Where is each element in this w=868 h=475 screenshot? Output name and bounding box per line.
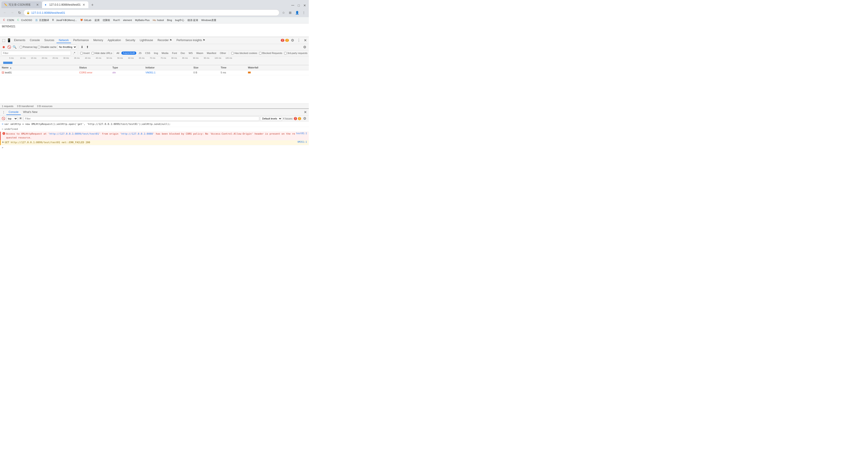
devtools-more-button[interactable]: ⋮ bbox=[296, 38, 302, 43]
filter-all[interactable]: All bbox=[115, 52, 121, 55]
close-button[interactable]: ✕ bbox=[302, 4, 307, 7]
bookmark-star-button[interactable]: ☆ bbox=[280, 9, 287, 16]
filter-fetchxhr[interactable]: Fetch/XHR bbox=[121, 52, 136, 55]
bookmark-crxsoso[interactable]: C CrxSOSO bbox=[16, 18, 33, 22]
header-time[interactable]: Time bbox=[219, 66, 246, 69]
filter-css[interactable]: CSS bbox=[144, 52, 152, 55]
filter-media[interactable]: Media bbox=[160, 52, 170, 55]
tab-lighthouse[interactable]: Lighthouse bbox=[137, 38, 155, 43]
back-button[interactable]: ← bbox=[2, 9, 8, 16]
filter-manifest[interactable]: Manifest bbox=[206, 52, 218, 55]
header-status[interactable]: Status bbox=[78, 66, 111, 69]
bookmark-windows[interactable]: Windows质量 bbox=[200, 18, 218, 22]
devtools-inspect-button[interactable]: ⬚ bbox=[1, 38, 6, 43]
bookmark-gitlab[interactable]: 🦊 GitLab bbox=[79, 18, 92, 22]
reload-button[interactable]: ↻ bbox=[16, 9, 23, 16]
disable-cache-checkbox[interactable] bbox=[38, 46, 40, 48]
tab-recorder[interactable]: Recorder ⚑ bbox=[155, 38, 174, 43]
hide-data-urls-label[interactable]: Hide data URLs bbox=[92, 52, 112, 55]
tab-security[interactable]: Security bbox=[123, 38, 137, 43]
filter-other[interactable]: Other bbox=[219, 52, 228, 55]
bookmark-bugcenter[interactable]: bug中心 bbox=[174, 18, 186, 22]
record-button[interactable]: ⏺ bbox=[1, 45, 6, 49]
tab-elements[interactable]: Elements bbox=[12, 38, 28, 43]
bookmark-bing[interactable]: Bing bbox=[166, 18, 174, 22]
bookmark-hutool[interactable]: Hu hutool bbox=[151, 18, 165, 22]
console-tab[interactable]: Console bbox=[6, 109, 21, 115]
devtools-device-button[interactable]: 📱 bbox=[6, 38, 12, 43]
bookmark-deqing[interactable]: 德清·蓝湖 bbox=[186, 18, 199, 22]
tab-network[interactable]: Network bbox=[57, 38, 71, 43]
tab-memory[interactable]: Memory bbox=[91, 38, 105, 43]
header-size[interactable]: Size bbox=[192, 66, 219, 69]
invert-checkbox-label[interactable]: Invert bbox=[80, 52, 90, 55]
console-settings-btn[interactable]: ⚙ bbox=[302, 116, 307, 121]
throttle-select[interactable]: No throttling bbox=[57, 45, 77, 49]
filter-js[interactable]: JS bbox=[137, 52, 143, 55]
preserve-log-label[interactable]: Preserve log bbox=[20, 46, 37, 48]
new-tab-button[interactable]: + bbox=[89, 2, 96, 8]
clear-button[interactable]: 🚫 bbox=[7, 45, 11, 49]
warning-source-link[interactable]: VM351:1 bbox=[298, 141, 307, 143]
console-menu-button[interactable]: ⋮ bbox=[1, 109, 6, 115]
console-close-btn[interactable]: ✕ bbox=[303, 109, 308, 115]
tab-sources[interactable]: Sources bbox=[42, 38, 57, 43]
invert-checkbox[interactable] bbox=[80, 52, 83, 55]
console-context-select[interactable]: top bbox=[6, 116, 18, 121]
console-eye-btn[interactable]: 👁 bbox=[19, 116, 23, 121]
third-party-checkbox[interactable] bbox=[284, 52, 287, 55]
browser-tab-2[interactable]: ● 127.0.0.1:8088/test/test01 ✕ bbox=[42, 1, 88, 8]
tab-perf-insights[interactable]: Performance insights ⚑ bbox=[174, 38, 208, 43]
bookmark-javafx[interactable]: B JavaFX单(Menu)... bbox=[51, 18, 78, 22]
has-blocked-cookies-label[interactable]: Has blocked cookies bbox=[231, 52, 257, 55]
filter-font[interactable]: Font bbox=[170, 52, 178, 55]
maximize-button[interactable]: □ bbox=[297, 4, 301, 7]
console-filter-input[interactable] bbox=[24, 116, 259, 121]
blocked-requests-label[interactable]: Blocked Requests bbox=[259, 52, 282, 55]
filter-regex-button[interactable]: .* bbox=[72, 51, 76, 55]
bookmark-lanzou[interactable]: 蓝洲 bbox=[93, 18, 101, 22]
error-origin-link[interactable]: http://127.0.0.1:8088 bbox=[121, 132, 153, 135]
devtools-close-button[interactable]: ✕ bbox=[303, 38, 308, 43]
bookmark-element[interactable]: element bbox=[122, 18, 133, 22]
bookmark-ruoyi[interactable]: RuoYi bbox=[112, 18, 121, 22]
forward-button[interactable]: → bbox=[9, 9, 16, 16]
tab2-close-btn[interactable]: ✕ bbox=[82, 3, 86, 6]
third-party-label[interactable]: 3rd-party requests bbox=[284, 52, 307, 55]
whatsnew-tab[interactable]: What's New bbox=[21, 109, 40, 115]
tab-performance[interactable]: Performance bbox=[71, 38, 91, 43]
disable-cache-label[interactable]: Disable cache bbox=[38, 46, 57, 48]
bookmark-csdn[interactable]: C CSDN bbox=[2, 18, 16, 22]
preserve-log-checkbox[interactable] bbox=[20, 46, 22, 48]
minimize-button[interactable]: ─ bbox=[290, 3, 296, 8]
tab1-close-btn[interactable]: ✕ bbox=[36, 3, 39, 6]
tab-application[interactable]: Application bbox=[105, 38, 123, 43]
filter-wasm[interactable]: Wasm bbox=[195, 52, 205, 55]
error-source-link[interactable]: test01:1 bbox=[296, 132, 307, 135]
network-settings-button[interactable]: ⚙ bbox=[302, 44, 307, 50]
tab-console[interactable]: Console bbox=[28, 38, 42, 43]
bookmark-youjukuang[interactable]: 优聚框 bbox=[101, 18, 112, 22]
search-button[interactable]: 🔍 bbox=[12, 45, 17, 49]
error-url-link[interactable]: http://127.0.0.1:8099/test/test01 bbox=[50, 132, 99, 135]
has-blocked-cookies-checkbox[interactable] bbox=[231, 52, 234, 55]
console-level-select[interactable]: Default levels bbox=[260, 116, 282, 121]
table-row[interactable]: ✕ test01 CORS error xhr VM351:1 bbox=[0, 70, 309, 75]
devtools-settings-button[interactable]: ⚙ bbox=[290, 38, 295, 43]
extension-puzzle-button[interactable]: ⊞ bbox=[287, 9, 293, 16]
export-button[interactable]: ⬆ bbox=[85, 45, 90, 49]
header-name[interactable]: Name ▲ bbox=[0, 66, 78, 69]
menu-button[interactable]: ⋮ bbox=[301, 9, 307, 16]
import-button[interactable]: ⬇ bbox=[80, 45, 84, 49]
filter-doc[interactable]: Doc bbox=[179, 52, 186, 55]
filter-input[interactable] bbox=[1, 51, 71, 55]
bookmark-mybatisplus[interactable]: MyBatis-Plus bbox=[134, 18, 151, 22]
profile-button[interactable]: 👤 bbox=[294, 9, 300, 16]
header-initiator[interactable]: Initiator bbox=[144, 66, 192, 69]
filter-ws[interactable]: WS bbox=[187, 52, 194, 55]
initiator-link[interactable]: VM351:1 bbox=[146, 71, 156, 74]
filter-img[interactable]: Img bbox=[153, 52, 159, 55]
clear-console-btn[interactable]: 🚫 bbox=[1, 116, 5, 121]
bookmark-baidu-translate[interactable]: 百 百度翻译 bbox=[34, 18, 51, 22]
browser-tab-1[interactable]: ✏️ 写文章-CSDN博客 ✕ bbox=[1, 1, 42, 8]
